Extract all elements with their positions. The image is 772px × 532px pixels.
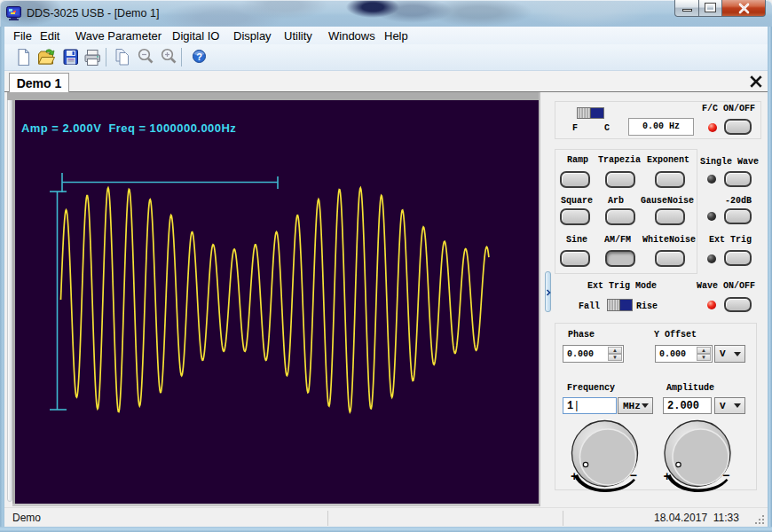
svg-text:?: ?: [196, 51, 202, 62]
svg-text:−: −: [722, 469, 729, 483]
svg-text:+: +: [664, 470, 671, 484]
svg-text:Amp = 2.000V Freq = 1000000.0: Amp = 2.000V Freq = 1000000.000Hz: [21, 121, 236, 135]
svg-text:+: +: [571, 470, 578, 484]
svg-text:−: −: [630, 469, 637, 483]
